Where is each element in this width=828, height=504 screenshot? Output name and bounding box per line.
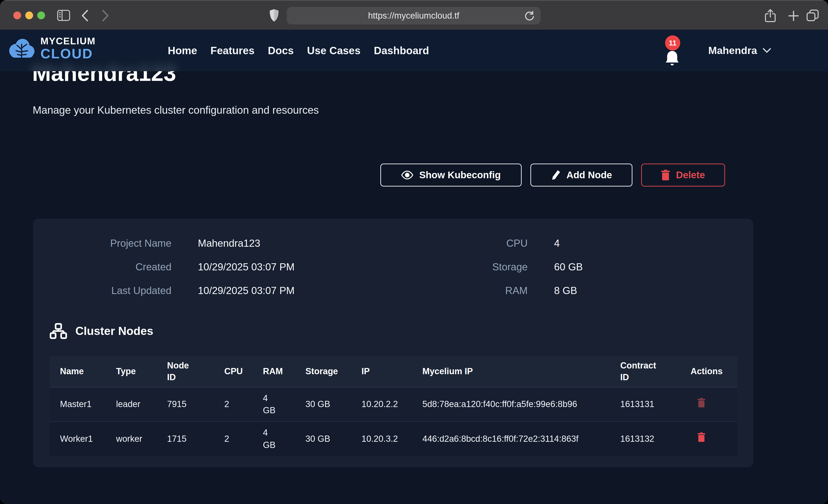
table-header-row: Name Type Node ID CPU RAM Storage IP Myc… (50, 356, 737, 387)
nav-item-home[interactable]: Home (168, 44, 197, 57)
reload-icon[interactable] (525, 10, 535, 22)
cell-node-id: 7915 (157, 387, 214, 422)
project-name-label: Project Name (34, 238, 171, 249)
cluster-details-panel: Project Name Mahendra123 Created 10/29/2… (33, 219, 753, 467)
created-value: 10/29/2025 03:07 PM (198, 261, 295, 273)
browser-toolbar: https://myceliumcloud.tf (0, 0, 828, 30)
trash-icon (661, 170, 670, 180)
cell-node-id: 1715 (157, 422, 214, 456)
address-bar[interactable]: https://myceliumcloud.tf (287, 7, 540, 24)
cluster-nodes-heading: Cluster Nodes (50, 323, 153, 339)
cpu-value: 4 (554, 238, 560, 249)
detail-row: Created 10/29/2025 03:07 PM (34, 261, 295, 274)
delete-cluster-button[interactable]: Delete (641, 164, 725, 186)
table-row: Worker1 worker 1715 2 4 GB 30 GB 10.20.3… (50, 422, 737, 456)
delete-node-icon[interactable] (698, 432, 705, 442)
cell-cpu: 2 (214, 422, 253, 456)
project-name-value: Mahendra123 (198, 238, 260, 249)
last-updated-value: 10/29/2025 03:07 PM (198, 285, 295, 296)
cpu-label: CPU (390, 238, 528, 249)
site-navbar: MYCELIUM CLOUD Home Features Docs Use Ca… (0, 30, 828, 71)
cluster-actions: Show Kubeconfig Add Node (380, 164, 725, 186)
cell-contract-id: 1613132 (610, 422, 680, 456)
details-left: Project Name Mahendra123 Created 10/29/2… (34, 238, 295, 298)
cell-name: Master1 (50, 387, 106, 422)
cluster-nodes-title: Cluster Nodes (75, 324, 153, 338)
col-actions: Actions (680, 356, 737, 387)
detail-row: RAM 8 GB (390, 285, 583, 298)
details-right: CPU 4 Storage 60 GB RAM 8 GB (390, 238, 583, 298)
delete-node-icon[interactable] (698, 398, 705, 408)
tab-overview-icon[interactable] (806, 9, 819, 22)
ram-value: 8 GB (554, 285, 577, 296)
col-node-id: Node ID (157, 356, 214, 387)
col-ram: RAM (253, 356, 295, 387)
sidebar-icon[interactable] (57, 10, 70, 21)
cell-mycelium-ip: 446:d2a6:8bcd:8c16:ff0f:72e2:3114:863f (412, 422, 610, 456)
browser-window: https://myceliumcloud.tf (0, 0, 828, 504)
page-subtitle: Manage your Kubernetes cluster configura… (33, 104, 319, 116)
cell-contract-id: 1613131 (610, 387, 680, 422)
col-mycelium-ip: Mycelium IP (412, 356, 610, 387)
close-window-button[interactable] (13, 11, 21, 19)
add-node-button[interactable]: Add Node (530, 164, 632, 186)
logo-line2: CLOUD (40, 47, 95, 60)
privacy-shield-icon (270, 9, 279, 22)
eye-icon (401, 171, 413, 179)
add-node-label: Add Node (567, 170, 612, 180)
ram-label: RAM (390, 285, 528, 296)
cell-ram: 4 GB (253, 422, 295, 456)
delete-label: Delete (676, 170, 705, 180)
show-kubeconfig-button[interactable]: Show Kubeconfig (380, 164, 522, 186)
cell-actions (680, 387, 737, 422)
detail-row: Storage 60 GB (390, 261, 583, 274)
cell-storage: 30 GB (295, 387, 351, 422)
share-icon[interactable] (765, 9, 776, 23)
minimize-window-button[interactable] (25, 11, 33, 19)
back-icon[interactable] (81, 10, 89, 22)
nav-links: Home Features Docs Use Cases Dashboard (168, 30, 429, 71)
forward-icon[interactable] (101, 10, 110, 22)
user-menu[interactable]: Mahendra (708, 30, 771, 71)
user-name: Mahendra (708, 45, 757, 56)
new-tab-icon[interactable] (788, 10, 799, 22)
bell-icon (665, 50, 679, 67)
mycelium-logo-icon (8, 37, 35, 59)
last-updated-label: Last Updated (34, 285, 171, 296)
col-ip: IP (351, 356, 412, 387)
created-label: Created (34, 261, 171, 273)
storage-value: 60 GB (554, 261, 583, 273)
nav-item-docs[interactable]: Docs (268, 44, 294, 57)
col-type: Type (106, 356, 157, 387)
nav-item-use-cases[interactable]: Use Cases (307, 44, 361, 57)
zoom-window-button[interactable] (37, 11, 45, 19)
cell-storage: 30 GB (295, 422, 351, 456)
site-logo[interactable]: MYCELIUM CLOUD (8, 36, 95, 60)
nav-item-features[interactable]: Features (210, 44, 255, 57)
notification-badge: 11 (665, 35, 680, 50)
pencil-icon (551, 170, 561, 180)
logo-text: MYCELIUM CLOUD (40, 36, 95, 60)
table-row: Master1 leader 7915 2 4 GB 30 GB 10.20.2… (50, 387, 737, 422)
url-text: https://myceliumcloud.tf (368, 11, 459, 21)
nav-item-dashboard[interactable]: Dashboard (374, 44, 429, 57)
logo-line1: MYCELIUM (40, 36, 95, 46)
show-kubeconfig-label: Show Kubeconfig (419, 170, 501, 180)
cell-ram: 4 GB (253, 387, 295, 422)
col-cpu: CPU (214, 356, 253, 387)
notifications-button[interactable]: 11 (662, 37, 692, 67)
cell-ip: 10.20.2.2 (351, 387, 412, 422)
chevron-down-icon (763, 48, 771, 53)
network-nodes-icon (50, 323, 67, 339)
cell-type: leader (106, 387, 157, 422)
col-name: Name (50, 356, 106, 387)
page-content: Mahendra123 Manage your Kubernetes clust… (0, 30, 828, 504)
cell-name: Worker1 (50, 422, 106, 456)
cluster-nodes-table: Name Type Node ID CPU RAM Storage IP Myc… (50, 356, 737, 456)
cell-type: worker (106, 422, 157, 456)
storage-label: Storage (390, 261, 528, 273)
cell-ip: 10.20.3.2 (351, 422, 412, 456)
detail-row: CPU 4 (390, 238, 583, 250)
col-storage: Storage (295, 356, 351, 387)
detail-row: Project Name Mahendra123 (34, 238, 295, 250)
